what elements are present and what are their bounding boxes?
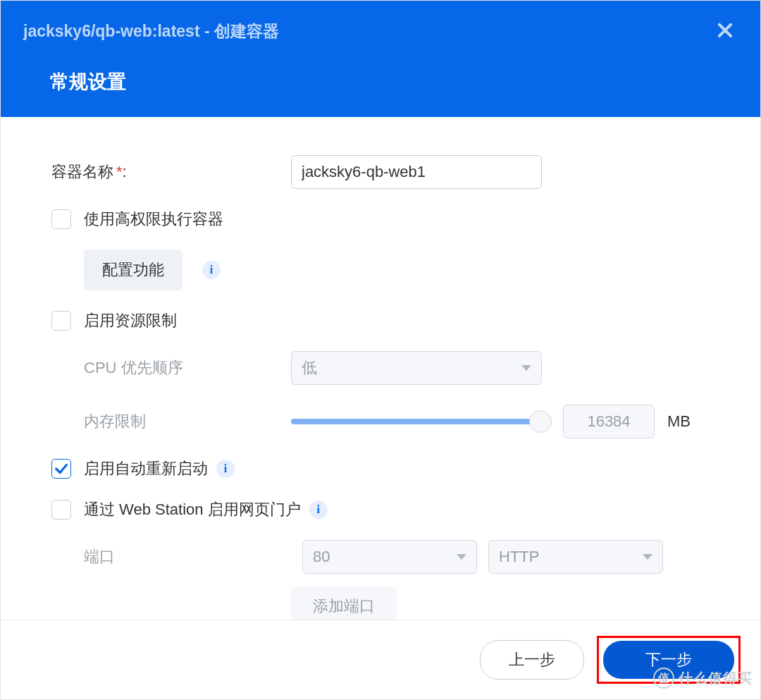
memory-slider[interactable] xyxy=(291,419,542,424)
dialog-header: jacksky6/qb-web:latest - 创建容器 常规设置 xyxy=(1,1,760,117)
create-container-dialog: jacksky6/qb-web:latest - 创建容器 常规设置 容器名称 … xyxy=(0,0,761,700)
port-value: 80 xyxy=(313,548,330,566)
highlight-annotation: 下一步 xyxy=(597,636,741,684)
auto-restart-label: 启用自动重新启动 xyxy=(84,458,208,479)
required-mark: * xyxy=(116,163,123,181)
config-capability-row: 配置功能 i xyxy=(84,250,710,290)
auto-restart-checkbox[interactable] xyxy=(51,459,71,479)
memory-slider-thumb[interactable] xyxy=(529,410,552,433)
dialog-title: jacksky6/qb-web:latest - 创建容器 xyxy=(23,20,738,42)
protocol-select: HTTP xyxy=(488,540,663,574)
info-icon[interactable]: i xyxy=(309,501,328,519)
container-name-input[interactable] xyxy=(291,155,542,189)
add-port-button: 添加端口 xyxy=(291,587,397,620)
cpu-priority-select: 低 xyxy=(291,351,542,385)
container-name-row: 容器名称 * : xyxy=(51,155,710,189)
next-button[interactable]: 下一步 xyxy=(603,641,734,679)
memory-value-input xyxy=(563,405,655,438)
close-icon xyxy=(715,20,735,40)
chevron-down-icon xyxy=(457,554,466,560)
memory-unit: MB xyxy=(667,412,691,431)
resource-limit-row: 启用资源限制 xyxy=(51,310,710,331)
info-icon[interactable]: i xyxy=(216,460,235,478)
config-capability-button[interactable]: 配置功能 xyxy=(84,250,182,290)
dialog-footer: 上一步 下一步 值 什么值得买 xyxy=(1,620,760,699)
web-station-row: 通过 Web Station 启用网页门户 i xyxy=(51,499,710,520)
port-select: 80 xyxy=(302,540,477,574)
privileged-checkbox[interactable] xyxy=(51,209,71,229)
chevron-down-icon xyxy=(521,365,531,371)
resource-limit-checkbox[interactable] xyxy=(51,311,71,331)
label-colon: : xyxy=(123,163,127,181)
cpu-priority-row: CPU 优先顺序 低 xyxy=(84,351,710,385)
previous-button[interactable]: 上一步 xyxy=(480,640,584,680)
close-button[interactable] xyxy=(715,20,735,40)
auto-restart-row: 启用自动重新启动 i xyxy=(51,458,710,479)
port-row: 端口 80 HTTP xyxy=(84,540,710,574)
resource-limit-label: 启用资源限制 xyxy=(84,310,177,331)
cpu-priority-label: CPU 优先顺序 xyxy=(84,357,291,379)
memory-limit-label: 内存限制 xyxy=(84,411,291,432)
web-station-label: 通过 Web Station 启用网页门户 xyxy=(84,499,301,520)
chevron-down-icon xyxy=(643,554,652,560)
dialog-body: 容器名称 * : 使用高权限执行容器 配置功能 i 启用资源限制 CPU 优先顺… xyxy=(1,117,760,620)
privileged-row: 使用高权限执行容器 xyxy=(51,209,710,230)
cpu-priority-value: 低 xyxy=(302,357,317,379)
dialog-subtitle: 常规设置 xyxy=(50,69,738,94)
info-icon[interactable]: i xyxy=(202,261,221,279)
protocol-value: HTTP xyxy=(499,548,539,566)
container-name-label-text: 容器名称 xyxy=(51,161,113,183)
privileged-label: 使用高权限执行容器 xyxy=(84,209,223,230)
check-icon xyxy=(54,461,69,477)
port-label: 端口 xyxy=(84,546,291,567)
memory-limit-row: 内存限制 MB xyxy=(84,405,710,438)
container-name-label: 容器名称 * : xyxy=(51,161,291,183)
web-station-checkbox[interactable] xyxy=(51,500,71,520)
